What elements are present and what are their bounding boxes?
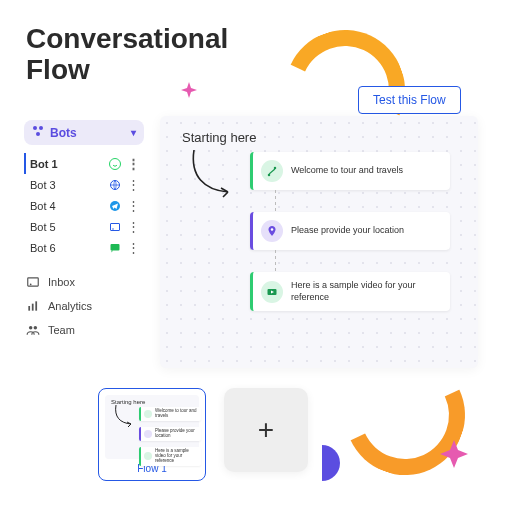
sidebar: Bots ▾ Bot 1 ⋮ Bot 3 ⋮ Bot 4 ⋮ B [24, 120, 144, 342]
arrow-icon [184, 146, 244, 206]
nav-analytics[interactable]: Analytics [24, 294, 144, 318]
start-label: Starting here [182, 130, 462, 145]
flow-thumbnail[interactable]: Starting here Welcome to tour and travel… [98, 388, 206, 481]
bot-list-item[interactable]: Bot 3 ⋮ [24, 174, 144, 195]
svg-point-2 [36, 132, 40, 136]
svg-point-18 [271, 228, 274, 231]
more-icon[interactable]: ⋮ [127, 157, 140, 170]
svg-point-3 [110, 158, 121, 169]
flow-node[interactable]: Here is a sample video for your referenc… [250, 272, 450, 311]
bot-name: Bot 5 [30, 221, 56, 233]
plus-icon: + [258, 414, 274, 446]
add-flow-button[interactable]: + [224, 388, 308, 472]
nav-team[interactable]: Team [24, 318, 144, 342]
svg-point-14 [29, 326, 33, 330]
svg-point-1 [39, 126, 43, 130]
node-text: Please provide your location [291, 225, 404, 237]
bot-list-item[interactable]: Bot 5 ⋮ [24, 216, 144, 237]
flow-node[interactable]: Welcome to tour and travels [250, 152, 450, 190]
flow-nodes: Welcome to tour and travels Please provi… [250, 152, 450, 333]
telegram-icon [109, 200, 121, 212]
arrow-icon [111, 403, 137, 429]
widget-icon [109, 221, 121, 233]
bot-list-item[interactable]: Bot 6 ⋮ [24, 237, 144, 258]
globe-icon [109, 179, 121, 191]
team-icon [26, 323, 40, 337]
svg-rect-11 [28, 306, 30, 311]
svg-point-0 [33, 126, 37, 130]
chat-icon [109, 242, 121, 254]
more-icon[interactable]: ⋮ [127, 199, 140, 212]
flow-canvas[interactable]: Starting here Welcome to tour and travel… [160, 116, 478, 368]
whatsapp-icon [109, 158, 121, 170]
svg-rect-13 [35, 301, 37, 310]
svg-rect-12 [32, 304, 34, 311]
svg-point-15 [34, 326, 38, 330]
more-icon[interactable]: ⋮ [127, 178, 140, 191]
video-icon [261, 281, 283, 303]
bot-list-item[interactable]: Bot 4 ⋮ [24, 195, 144, 216]
node-text: Welcome to tour and travels [291, 165, 403, 177]
more-icon[interactable]: ⋮ [127, 241, 140, 254]
bot-name: Bot 6 [30, 242, 56, 254]
bot-name: Bot 3 [30, 179, 56, 191]
test-flow-button[interactable]: Test this Flow [358, 86, 461, 114]
thumbnail-preview: Starting here Welcome to tour and travel… [105, 395, 199, 459]
more-icon[interactable]: ⋮ [127, 220, 140, 233]
sparkle-icon [440, 440, 468, 468]
svg-rect-6 [111, 223, 120, 230]
nav-inbox[interactable]: Inbox [24, 270, 144, 294]
inbox-icon [26, 275, 40, 289]
bot-name: Bot 4 [30, 200, 56, 212]
flow-thumbnails: Starting here Welcome to tour and travel… [98, 388, 308, 481]
svg-point-16 [268, 174, 271, 177]
page-title: ConversationalFlow [26, 24, 228, 86]
flow-node[interactable]: Please provide your location [250, 212, 450, 250]
node-text: Here is a sample video for your referenc… [291, 280, 440, 303]
svg-point-17 [274, 167, 277, 170]
bots-dropdown[interactable]: Bots ▾ [24, 120, 144, 145]
svg-rect-8 [111, 244, 120, 251]
pin-icon [261, 220, 283, 242]
svg-rect-9 [28, 278, 39, 286]
nav-label: Team [48, 324, 75, 336]
nav-label: Analytics [48, 300, 92, 312]
bots-label: Bots [50, 126, 77, 140]
svg-point-7 [112, 228, 114, 230]
bots-icon [32, 125, 44, 140]
bot-list: Bot 1 ⋮ Bot 3 ⋮ Bot 4 ⋮ Bot 5 ⋮ [24, 153, 144, 258]
svg-point-10 [30, 283, 32, 285]
decorative-shape [304, 445, 340, 481]
route-icon [261, 160, 283, 182]
analytics-icon [26, 299, 40, 313]
bot-name: Bot 1 [30, 158, 58, 170]
nav-label: Inbox [48, 276, 75, 288]
chevron-down-icon: ▾ [131, 127, 136, 138]
bot-list-item[interactable]: Bot 1 ⋮ [24, 153, 144, 174]
